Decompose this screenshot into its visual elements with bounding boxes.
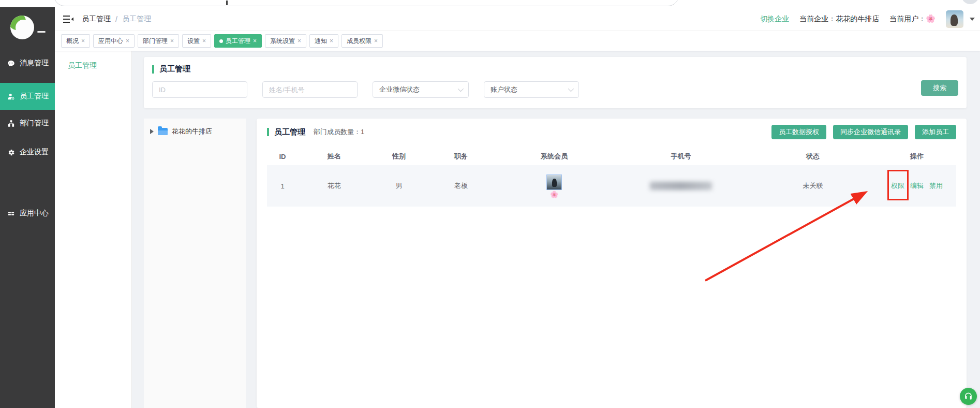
- apps-grid-icon: [7, 209, 15, 217]
- message-icon: [7, 59, 15, 67]
- tab-app-center[interactable]: 应用中心×: [93, 34, 135, 48]
- employee-data-auth-button[interactable]: 员工数据授权: [771, 125, 826, 139]
- current-company: 当前企业：花花的牛排店: [799, 14, 879, 24]
- disable-link[interactable]: 禁用: [929, 181, 943, 191]
- title-accent-bar: [267, 128, 269, 136]
- main-column: 员工管理 / 员工管理 切换企业 当前企业：花花的牛排店 当前用户：🌸 概况× …: [55, 7, 980, 408]
- collapse-menu-icon[interactable]: [63, 15, 73, 23]
- breadcrumb-parent[interactable]: 员工管理: [82, 14, 111, 24]
- chevron-down-icon: [568, 86, 574, 92]
- column-header-status: 状态: [748, 152, 878, 161]
- id-filter-input[interactable]: [152, 81, 247, 98]
- content-area: 员工管理 员工管理 企业微信状态: [55, 51, 980, 408]
- filter-card-title: 员工管理: [152, 64, 958, 74]
- employee-icon: [7, 92, 15, 100]
- tab-member-permissions[interactable]: 成员权限×: [341, 34, 383, 48]
- user-flower-emoji: 🌸: [926, 14, 936, 23]
- close-icon[interactable]: ×: [81, 38, 85, 44]
- breadcrumb: 员工管理 / 员工管理: [82, 14, 151, 24]
- lower-section: 花花的牛排店 员工管理 部门成员数量：1 员工数据授权: [144, 119, 967, 408]
- account-status-select-value: 账户状态: [491, 85, 517, 94]
- sidebar-item-app-center[interactable]: 应用中心: [0, 200, 55, 227]
- table-row: 1 花花 男 老板 🌸: [267, 165, 956, 207]
- app-window: 消息管理 员工管理 部门管理 企业设置: [0, 0, 980, 408]
- table-header-row: ID 姓名 性别 职务 系统会员 手机号 状态 操作: [267, 148, 956, 165]
- row-id: 1: [267, 182, 298, 190]
- user-avatar[interactable]: [946, 10, 963, 28]
- chevron-down-icon: [458, 86, 464, 92]
- page-title: 员工管理: [159, 64, 190, 74]
- row-status: 未关联: [748, 181, 878, 191]
- sidebar-item-label: 应用中心: [20, 209, 49, 218]
- table-title: 员工管理: [274, 127, 305, 137]
- active-tab-dot: [219, 39, 223, 43]
- caret-right-icon[interactable]: [150, 129, 154, 134]
- headset-icon: [963, 391, 973, 401]
- tab-departments[interactable]: 部门管理×: [138, 34, 179, 48]
- sidebar-item-label: 消息管理: [20, 59, 49, 68]
- title-accent-bar: [152, 65, 154, 74]
- main-sidebar: 消息管理 员工管理 部门管理 企业设置: [0, 7, 55, 408]
- open-tabs-bar: 概况× 应用中心× 部门管理× 设置× 员工管理× 系统设置× 通知× 成员权限…: [55, 31, 980, 51]
- sidebar-item-label: 员工管理: [20, 92, 49, 101]
- column-header-gender: 性别: [370, 152, 427, 161]
- sidebar-item-label: 企业设置: [20, 148, 49, 157]
- permission-link[interactable]: 权限: [891, 181, 904, 191]
- tab-system-settings[interactable]: 系统设置×: [265, 34, 306, 48]
- filter-row: 企业微信状态 账户状态: [152, 81, 958, 98]
- name-phone-filter-input[interactable]: [262, 81, 358, 98]
- close-icon[interactable]: ×: [298, 38, 301, 44]
- close-icon[interactable]: ×: [253, 38, 257, 44]
- edit-link[interactable]: 编辑: [910, 181, 924, 191]
- breadcrumb-current: 员工管理: [122, 14, 151, 24]
- switch-company-link[interactable]: 切换企业: [760, 14, 789, 24]
- breadcrumb-separator: /: [115, 15, 117, 23]
- sidebar-menu: 消息管理 员工管理 部门管理 企业设置: [0, 7, 55, 227]
- close-icon[interactable]: ×: [170, 38, 174, 44]
- row-operations-cell: 权限 编辑 禁用: [878, 181, 956, 191]
- table-card-header: 员工管理 部门成员数量：1 员工数据授权 同步企业微信通讯录 添加员工: [267, 125, 956, 139]
- member-count-label: 部门成员数量：1: [314, 127, 364, 137]
- browser-text-cursor: [226, 1, 228, 5]
- user-menu-caret-icon[interactable]: [970, 18, 975, 21]
- tree-node-row[interactable]: 花花的牛排店: [144, 127, 246, 136]
- row-phone-cell: [614, 182, 748, 190]
- filter-card: 员工管理 企业微信状态 账户状态 搜索: [144, 57, 967, 108]
- member-flower-emoji: 🌸: [550, 191, 558, 198]
- close-icon[interactable]: ×: [374, 38, 378, 44]
- account-status-select[interactable]: 账户状态: [484, 81, 579, 98]
- tab-employees-active[interactable]: 员工管理×: [214, 34, 262, 48]
- tab-settings[interactable]: 设置×: [182, 34, 211, 48]
- sync-wechat-contacts-button[interactable]: 同步企业微信通讯录: [833, 125, 908, 139]
- logo-dash: [37, 31, 46, 33]
- row-gender: 男: [370, 181, 427, 191]
- work-area: 员工管理 企业微信状态 账户状态 搜索: [132, 51, 980, 408]
- sidebar-item-company-settings[interactable]: 企业设置: [0, 139, 55, 166]
- column-header-phone: 手机号: [614, 152, 748, 161]
- close-icon[interactable]: ×: [126, 38, 129, 44]
- close-icon[interactable]: ×: [202, 38, 206, 44]
- column-header-operations: 操作: [878, 152, 956, 161]
- sidebar-item-employees[interactable]: 员工管理: [0, 83, 55, 110]
- browser-address-bar: [54, 0, 679, 6]
- customer-service-button[interactable]: [960, 388, 977, 405]
- sidebar-item-messages[interactable]: 消息管理: [0, 50, 55, 77]
- app-logo: [10, 16, 34, 39]
- member-avatar[interactable]: [546, 174, 562, 190]
- add-employee-button[interactable]: 添加员工: [915, 125, 956, 139]
- header-right-cluster: 切换企业 当前企业：花花的牛排店 当前用户：🌸: [760, 10, 975, 28]
- wechat-status-select[interactable]: 企业微信状态: [373, 81, 469, 98]
- tab-notifications[interactable]: 通知×: [309, 34, 338, 48]
- close-icon[interactable]: ×: [330, 38, 333, 44]
- logo-leaf-cut: [16, 20, 31, 35]
- column-header-job: 职务: [427, 152, 495, 161]
- sidebar-item-departments[interactable]: 部门管理: [0, 110, 55, 137]
- redacted-phone-number: [650, 182, 712, 190]
- tab-overview[interactable]: 概况×: [61, 34, 90, 48]
- search-button[interactable]: 搜索: [921, 80, 958, 96]
- top-header-bar: 员工管理 / 员工管理 切换企业 当前企业：花花的牛排店 当前用户：🌸: [55, 7, 980, 31]
- employee-table-card: 员工管理 部门成员数量：1 员工数据授权 同步企业微信通讯录 添加员工 ID: [257, 119, 967, 408]
- sidebar-item-label: 部门管理: [20, 119, 49, 128]
- row-job: 老板: [427, 181, 495, 191]
- subnav-item-employees[interactable]: 员工管理: [55, 61, 131, 70]
